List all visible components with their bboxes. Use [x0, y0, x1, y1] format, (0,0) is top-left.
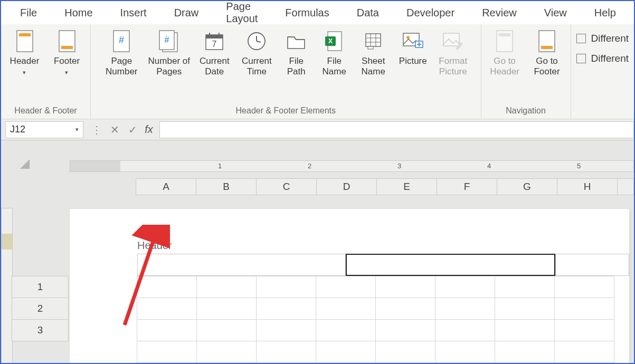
row-header-2[interactable]: 2	[12, 298, 69, 320]
chevron-down-icon[interactable]: ▾	[75, 126, 79, 133]
chevron-down-icon: ▾	[23, 69, 26, 75]
checkbox-icon[interactable]	[576, 34, 586, 43]
fx-button[interactable]: fx	[141, 121, 159, 138]
cell[interactable]	[316, 298, 376, 320]
cell[interactable]	[554, 276, 614, 298]
menu-home[interactable]: Home	[51, 3, 106, 23]
menu-data[interactable]: Data	[343, 3, 393, 23]
menu-developer[interactable]: Developer	[393, 3, 468, 23]
cell[interactable]	[137, 319, 197, 341]
footer-button[interactable]: Footer▾	[49, 28, 86, 79]
row-header-3[interactable]: 3	[12, 319, 69, 341]
option-different-2[interactable]: Different	[576, 53, 629, 64]
current-date-button[interactable]: 7 Current Date	[196, 28, 233, 79]
menu-insert[interactable]: Insert	[107, 3, 160, 23]
ruler-margin-shade	[70, 161, 120, 171]
menu-file[interactable]: File	[6, 3, 51, 23]
cell[interactable]	[375, 341, 435, 363]
svg-text:7: 7	[212, 40, 217, 49]
cell[interactable]	[196, 276, 257, 298]
cell[interactable]	[256, 341, 316, 363]
cell[interactable]	[495, 298, 555, 320]
number-of-pages-button[interactable]: # Number of Pages	[147, 28, 191, 79]
cell[interactable]	[137, 276, 197, 298]
cell[interactable]	[196, 298, 257, 320]
row-header-1[interactable]: 1	[12, 276, 69, 298]
ruler-tick: 5	[577, 162, 581, 170]
cell[interactable]	[495, 319, 555, 341]
menu-draw[interactable]: Draw	[160, 3, 213, 23]
col-header-f[interactable]: F	[437, 179, 497, 195]
header-right-cell[interactable]	[555, 254, 629, 276]
col-header-h[interactable]: H	[557, 179, 618, 195]
col-header-e[interactable]: E	[377, 179, 437, 195]
menu-dots[interactable]: ⋮	[88, 121, 106, 138]
select-all-triangle[interactable]	[20, 159, 30, 169]
header-button[interactable]: Header▾	[6, 28, 43, 79]
menu-view[interactable]: View	[530, 3, 581, 23]
cell[interactable]	[256, 319, 316, 341]
header-left-cell[interactable]	[137, 254, 346, 276]
svg-rect-33	[499, 33, 510, 36]
cancel-icon[interactable]: ✕	[106, 121, 124, 138]
menu-formulas[interactable]: Formulas	[271, 3, 343, 23]
ribbon-group-navigation: Go to Header Go to Footer Navigation	[481, 24, 571, 119]
sheet-name-label: Sheet Name	[356, 56, 390, 79]
cell[interactable]	[316, 276, 376, 298]
cell[interactable]	[495, 341, 555, 363]
cell[interactable]	[137, 298, 197, 320]
name-box[interactable]: J12 ▾	[5, 121, 83, 138]
picture-button[interactable]: Picture	[395, 28, 430, 79]
svg-rect-25	[368, 46, 373, 49]
svg-rect-3	[61, 46, 73, 49]
goto-header-button: Go to Header	[486, 28, 523, 79]
cell[interactable]	[256, 298, 316, 320]
grid-row	[137, 276, 629, 298]
menu-help[interactable]: Help	[581, 3, 630, 23]
file-name-button[interactable]: X File Name	[317, 28, 351, 79]
cell[interactable]	[375, 319, 435, 341]
cell[interactable]	[316, 319, 376, 341]
ruler-tick: 4	[487, 162, 491, 170]
file-path-button[interactable]: File Path	[280, 28, 312, 79]
sheet-name-button[interactable]: Sheet Name	[356, 28, 390, 79]
cell[interactable]	[256, 276, 316, 298]
cell[interactable]	[375, 276, 435, 298]
cell[interactable]	[137, 341, 197, 363]
cell[interactable]	[435, 298, 495, 320]
formula-input[interactable]	[159, 121, 634, 138]
horizontal-ruler: 1 2 3 4 5	[70, 160, 634, 172]
col-header-c[interactable]: C	[257, 179, 317, 195]
cell[interactable]	[375, 298, 435, 320]
option-different-1[interactable]: Different	[576, 33, 629, 44]
enter-icon[interactable]: ✓	[124, 121, 141, 138]
cell[interactable]	[554, 298, 614, 320]
cell[interactable]	[316, 341, 376, 363]
col-header-d[interactable]: D	[317, 179, 377, 195]
svg-rect-10	[206, 35, 223, 39]
current-time-button[interactable]: Current Time	[238, 28, 275, 79]
cell[interactable]	[435, 276, 495, 298]
checkbox-icon[interactable]	[576, 54, 586, 63]
clock-icon	[245, 30, 268, 53]
footer-button-label: Footer	[54, 56, 80, 66]
cell[interactable]	[554, 341, 614, 363]
menu-review[interactable]: Review	[468, 3, 530, 23]
col-header-a[interactable]: A	[136, 179, 196, 195]
option-label-2: Different	[591, 53, 629, 64]
header-section-label: Header	[137, 240, 172, 252]
cell[interactable]	[435, 319, 495, 341]
cell[interactable]	[554, 319, 614, 341]
goto-footer-button[interactable]: Go to Footer	[528, 28, 565, 79]
col-header-b[interactable]: B	[196, 179, 257, 195]
group-title-navigation: Navigation	[506, 106, 546, 116]
col-header-g[interactable]: G	[497, 179, 557, 195]
header-center-cell[interactable]	[346, 254, 555, 276]
number-of-pages-label: Number of Pages	[147, 56, 191, 79]
cell[interactable]	[196, 341, 257, 363]
page-number-button[interactable]: # Page Number	[101, 28, 142, 79]
cell[interactable]	[435, 341, 495, 363]
current-time-label: Current Time	[238, 56, 275, 79]
cell[interactable]	[495, 276, 555, 298]
cell[interactable]	[196, 319, 257, 341]
